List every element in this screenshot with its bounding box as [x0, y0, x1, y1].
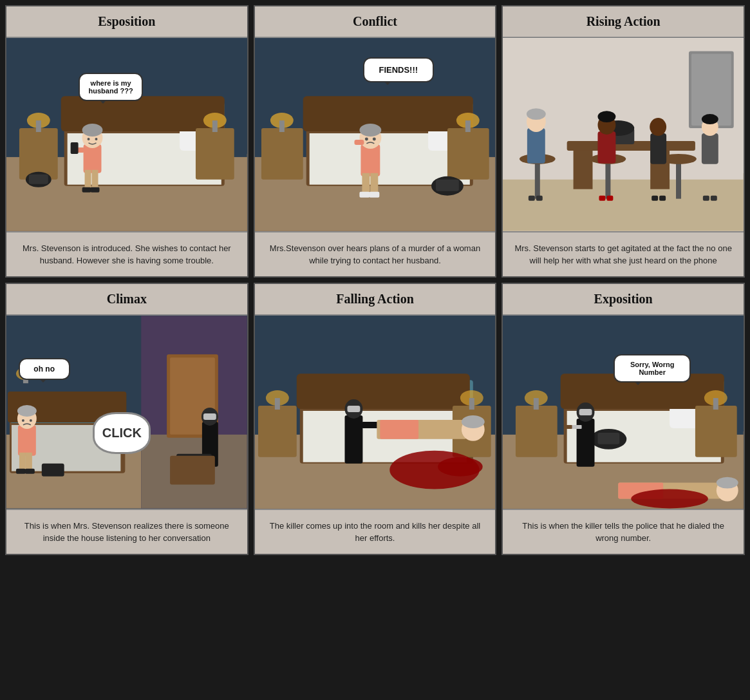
thought-bubble-click: CLICK	[93, 412, 151, 454]
caption-rising: Mrs. Stevenson starts to get agitated at…	[503, 231, 744, 276]
svg-rect-8	[196, 128, 234, 180]
scene-exposition2: Sorry, Worng Number	[503, 316, 744, 509]
header-esposition: Esposition	[6, 6, 247, 38]
svg-rect-110	[203, 413, 216, 420]
storyboard: Esposition	[0, 0, 750, 560]
svg-rect-142	[516, 406, 558, 457]
svg-rect-100	[19, 453, 26, 471]
svg-rect-101	[26, 453, 32, 471]
svg-rect-102	[16, 469, 26, 474]
scene-climax: oh no CLICK	[6, 316, 247, 509]
svg-rect-19	[91, 187, 100, 193]
svg-rect-80	[607, 196, 614, 201]
svg-rect-50	[354, 140, 364, 145]
speech-exposition2: Sorry, Worng Number	[614, 354, 691, 383]
svg-rect-124	[469, 398, 474, 410]
speech-conflict: FIENDS!!!	[363, 57, 434, 82]
svg-point-76	[702, 114, 718, 124]
svg-rect-10	[36, 120, 41, 132]
svg-point-71	[598, 111, 616, 122]
scene-conflict: FIENDS!!!	[255, 38, 496, 231]
svg-rect-98	[42, 464, 64, 477]
svg-point-158	[717, 477, 738, 489]
svg-point-22	[88, 138, 90, 140]
svg-point-48	[365, 137, 368, 140]
svg-rect-38	[465, 120, 470, 132]
svg-rect-122	[275, 398, 280, 410]
svg-rect-145	[534, 398, 539, 410]
caption-conflict: Mrs.Stevenson over hears plans of a murd…	[255, 231, 496, 276]
svg-rect-61	[606, 160, 611, 199]
svg-rect-82	[659, 196, 666, 201]
svg-rect-74	[702, 133, 718, 164]
svg-point-73	[650, 118, 667, 136]
scene-rising	[503, 38, 744, 231]
cell-falling: Falling Action	[254, 283, 497, 555]
cell-rising: Rising Action	[502, 5, 745, 278]
svg-point-159	[632, 489, 709, 509]
svg-rect-119	[258, 406, 297, 457]
svg-rect-112	[170, 456, 215, 485]
svg-rect-149	[598, 433, 620, 444]
svg-rect-84	[711, 196, 717, 201]
svg-point-68	[527, 108, 546, 120]
svg-point-134	[438, 457, 483, 477]
svg-rect-15	[84, 144, 102, 173]
svg-rect-25	[71, 142, 79, 154]
svg-rect-43	[370, 173, 378, 194]
header-exposition2: Exposition	[503, 284, 744, 316]
scene-falling	[255, 316, 496, 509]
svg-rect-125	[344, 415, 362, 464]
svg-rect-42	[362, 173, 370, 194]
svg-rect-41	[361, 144, 380, 176]
cell-exposition2: Exposition	[502, 283, 745, 555]
svg-rect-56	[574, 151, 593, 189]
header-climax: Climax	[6, 284, 247, 316]
svg-rect-66	[527, 128, 545, 164]
caption-climax: This is when Mrs. Stevenson realizes the…	[6, 509, 247, 554]
svg-rect-81	[652, 196, 658, 201]
header-rising: Rising Action	[503, 6, 744, 38]
header-conflict: Conflict	[255, 6, 496, 38]
caption-esposition: Mrs. Stevenson is introduced. She wishes…	[6, 231, 247, 276]
svg-rect-118	[296, 374, 469, 409]
svg-point-49	[373, 137, 376, 140]
svg-rect-34	[447, 128, 489, 180]
svg-rect-32	[303, 96, 473, 131]
svg-rect-40	[436, 180, 459, 191]
cell-conflict: Conflict	[254, 5, 497, 278]
caption-falling: The killer comes up into the room and ki…	[255, 509, 496, 554]
svg-rect-17	[92, 170, 98, 189]
svg-rect-7	[19, 128, 58, 180]
header-falling: Falling Action	[255, 284, 496, 316]
svg-point-21	[82, 124, 103, 137]
svg-point-106	[22, 419, 24, 422]
svg-point-23	[95, 138, 98, 140]
svg-rect-147	[713, 398, 718, 410]
svg-rect-72	[651, 133, 667, 164]
cell-climax: Climax	[5, 283, 248, 555]
svg-rect-69	[598, 131, 616, 164]
svg-rect-154	[565, 425, 572, 429]
svg-rect-18	[82, 187, 91, 193]
svg-rect-127	[347, 406, 360, 412]
svg-rect-36	[279, 120, 285, 132]
svg-rect-152	[579, 409, 592, 415]
svg-rect-83	[703, 196, 709, 201]
speech-climax-ohnno: oh no	[19, 358, 70, 380]
svg-rect-79	[599, 196, 606, 201]
svg-rect-77	[529, 196, 535, 201]
svg-rect-45	[369, 192, 379, 198]
svg-point-47	[359, 124, 381, 137]
svg-rect-60	[535, 160, 540, 199]
svg-rect-14	[29, 175, 48, 184]
svg-rect-130	[380, 420, 418, 439]
svg-point-105	[17, 405, 37, 417]
svg-rect-143	[695, 406, 737, 457]
svg-rect-103	[25, 469, 35, 474]
svg-rect-99	[18, 425, 36, 456]
svg-rect-44	[359, 192, 370, 198]
cell-esposition: Esposition	[5, 5, 248, 278]
caption-exposition2: This is when the killer tells the police…	[503, 509, 744, 554]
scene-esposition: where is my husband ???	[6, 38, 247, 231]
